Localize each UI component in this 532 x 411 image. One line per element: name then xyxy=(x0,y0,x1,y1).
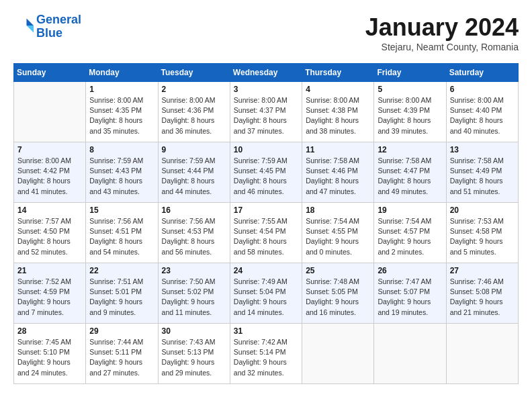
day-number: 8 xyxy=(89,145,154,154)
day-info: Sunrise: 7:58 AM Sunset: 4:49 PM Dayligh… xyxy=(450,156,515,197)
day-number: 29 xyxy=(89,326,154,336)
day-info: Sunrise: 7:52 AM Sunset: 4:59 PM Dayligh… xyxy=(17,277,82,318)
day-info: Sunrise: 7:59 AM Sunset: 4:44 PM Dayligh… xyxy=(162,156,226,197)
day-number: 4 xyxy=(306,85,370,94)
calendar-cell: 20Sunrise: 7:53 AM Sunset: 4:58 PM Dayli… xyxy=(446,203,518,263)
title-block: January 2024 Stejaru, Neamt County, Roma… xyxy=(365,13,519,52)
svg-marker-1 xyxy=(27,26,34,33)
day-number: 21 xyxy=(17,266,82,275)
day-info: Sunrise: 7:55 AM Sunset: 4:54 PM Dayligh… xyxy=(234,216,298,257)
week-row-2: 7Sunrise: 8:00 AM Sunset: 4:42 PM Daylig… xyxy=(14,142,519,203)
day-info: Sunrise: 7:53 AM Sunset: 4:58 PM Dayligh… xyxy=(450,216,515,257)
calendar-cell: 16Sunrise: 7:56 AM Sunset: 4:53 PM Dayli… xyxy=(158,203,230,263)
day-number: 26 xyxy=(378,266,442,275)
day-number: 11 xyxy=(306,145,370,154)
week-row-1: 1Sunrise: 8:00 AM Sunset: 4:35 PM Daylig… xyxy=(14,82,519,142)
day-info: Sunrise: 7:50 AM Sunset: 5:02 PM Dayligh… xyxy=(162,277,226,318)
day-info: Sunrise: 7:44 AM Sunset: 5:11 PM Dayligh… xyxy=(89,337,154,378)
calendar-cell: 14Sunrise: 7:57 AM Sunset: 4:50 PM Dayli… xyxy=(14,203,86,263)
week-row-3: 14Sunrise: 7:57 AM Sunset: 4:50 PM Dayli… xyxy=(14,203,519,263)
calendar-cell: 10Sunrise: 7:59 AM Sunset: 4:45 PM Dayli… xyxy=(230,142,302,203)
day-number: 31 xyxy=(234,326,298,336)
day-number: 2 xyxy=(162,85,226,94)
day-info: Sunrise: 7:46 AM Sunset: 5:08 PM Dayligh… xyxy=(450,277,515,318)
day-number: 19 xyxy=(378,205,442,215)
day-number: 23 xyxy=(162,266,226,275)
calendar-cell: 25Sunrise: 7:48 AM Sunset: 5:05 PM Dayli… xyxy=(302,263,374,324)
day-info: Sunrise: 8:00 AM Sunset: 4:38 PM Dayligh… xyxy=(306,95,370,136)
day-info: Sunrise: 7:54 AM Sunset: 4:55 PM Dayligh… xyxy=(306,216,370,257)
day-info: Sunrise: 7:42 AM Sunset: 5:14 PM Dayligh… xyxy=(234,337,298,378)
day-number: 18 xyxy=(306,205,370,215)
calendar-cell: 18Sunrise: 7:54 AM Sunset: 4:55 PM Dayli… xyxy=(302,203,374,263)
day-number: 10 xyxy=(234,145,298,154)
day-info: Sunrise: 7:51 AM Sunset: 5:01 PM Dayligh… xyxy=(89,277,154,318)
calendar-cell: 30Sunrise: 7:43 AM Sunset: 5:13 PM Dayli… xyxy=(158,324,230,384)
day-info: Sunrise: 8:00 AM Sunset: 4:37 PM Dayligh… xyxy=(234,95,298,136)
calendar-cell: 8Sunrise: 7:59 AM Sunset: 4:43 PM Daylig… xyxy=(86,142,158,203)
day-info: Sunrise: 7:58 AM Sunset: 4:46 PM Dayligh… xyxy=(306,156,370,197)
calendar-cell: 28Sunrise: 7:45 AM Sunset: 5:10 PM Dayli… xyxy=(14,324,86,384)
location: Stejaru, Neamt County, Romania xyxy=(365,42,519,52)
day-number: 3 xyxy=(234,85,298,94)
day-number: 20 xyxy=(450,205,515,215)
day-info: Sunrise: 7:45 AM Sunset: 5:10 PM Dayligh… xyxy=(17,337,82,378)
column-header-saturday: Saturday xyxy=(446,64,518,82)
calendar-cell: 11Sunrise: 7:58 AM Sunset: 4:46 PM Dayli… xyxy=(302,142,374,203)
month-title: January 2024 xyxy=(365,13,519,42)
column-header-wednesday: Wednesday xyxy=(230,64,302,82)
calendar-cell xyxy=(374,324,446,384)
calendar-cell xyxy=(446,324,518,384)
calendar-cell: 21Sunrise: 7:52 AM Sunset: 4:59 PM Dayli… xyxy=(14,263,86,324)
day-info: Sunrise: 7:58 AM Sunset: 4:47 PM Dayligh… xyxy=(378,156,442,197)
day-number: 16 xyxy=(162,205,226,215)
day-info: Sunrise: 8:00 AM Sunset: 4:35 PM Dayligh… xyxy=(89,95,154,136)
calendar-cell: 17Sunrise: 7:55 AM Sunset: 4:54 PM Dayli… xyxy=(230,203,302,263)
day-number: 6 xyxy=(450,85,515,94)
column-header-monday: Monday xyxy=(86,64,158,82)
page-header: General Blue January 2024 Stejaru, Neamt… xyxy=(13,13,519,52)
day-number: 1 xyxy=(89,85,154,94)
svg-marker-0 xyxy=(27,18,34,26)
day-number: 30 xyxy=(162,326,226,336)
day-info: Sunrise: 7:43 AM Sunset: 5:13 PM Dayligh… xyxy=(162,337,226,378)
day-info: Sunrise: 7:57 AM Sunset: 4:50 PM Dayligh… xyxy=(17,216,82,257)
day-number: 17 xyxy=(234,205,298,215)
calendar-cell: 29Sunrise: 7:44 AM Sunset: 5:11 PM Dayli… xyxy=(86,324,158,384)
day-number: 5 xyxy=(378,85,442,94)
day-info: Sunrise: 7:47 AM Sunset: 5:07 PM Dayligh… xyxy=(378,277,442,318)
header-row: SundayMondayTuesdayWednesdayThursdayFrid… xyxy=(14,64,519,82)
day-number: 22 xyxy=(89,266,154,275)
week-row-5: 28Sunrise: 7:45 AM Sunset: 5:10 PM Dayli… xyxy=(14,324,519,384)
calendar-cell: 31Sunrise: 7:42 AM Sunset: 5:14 PM Dayli… xyxy=(230,324,302,384)
calendar-cell: 27Sunrise: 7:46 AM Sunset: 5:08 PM Dayli… xyxy=(446,263,518,324)
day-number: 12 xyxy=(378,145,442,154)
calendar-cell: 24Sunrise: 7:49 AM Sunset: 5:04 PM Dayli… xyxy=(230,263,302,324)
day-info: Sunrise: 8:00 AM Sunset: 4:39 PM Dayligh… xyxy=(378,95,442,136)
day-info: Sunrise: 7:56 AM Sunset: 4:53 PM Dayligh… xyxy=(162,216,226,257)
column-header-friday: Friday xyxy=(374,64,446,82)
calendar-cell: 26Sunrise: 7:47 AM Sunset: 5:07 PM Dayli… xyxy=(374,263,446,324)
day-number: 15 xyxy=(89,205,154,215)
day-info: Sunrise: 8:00 AM Sunset: 4:42 PM Dayligh… xyxy=(17,156,82,197)
day-number: 7 xyxy=(17,145,82,154)
column-header-tuesday: Tuesday xyxy=(158,64,230,82)
day-number: 24 xyxy=(234,266,298,275)
day-info: Sunrise: 7:48 AM Sunset: 5:05 PM Dayligh… xyxy=(306,277,370,318)
calendar-cell: 12Sunrise: 7:58 AM Sunset: 4:47 PM Dayli… xyxy=(374,142,446,203)
day-number: 13 xyxy=(450,145,515,154)
calendar-cell: 9Sunrise: 7:59 AM Sunset: 4:44 PM Daylig… xyxy=(158,142,230,203)
calendar-cell: 2Sunrise: 8:00 AM Sunset: 4:36 PM Daylig… xyxy=(158,82,230,142)
calendar-table: SundayMondayTuesdayWednesdayThursdayFrid… xyxy=(13,63,519,384)
logo-text: General Blue xyxy=(36,13,81,40)
day-info: Sunrise: 7:56 AM Sunset: 4:51 PM Dayligh… xyxy=(89,216,154,257)
calendar-cell: 6Sunrise: 8:00 AM Sunset: 4:40 PM Daylig… xyxy=(446,82,518,142)
calendar-cell: 22Sunrise: 7:51 AM Sunset: 5:01 PM Dayli… xyxy=(86,263,158,324)
calendar-cell: 19Sunrise: 7:54 AM Sunset: 4:57 PM Dayli… xyxy=(374,203,446,263)
calendar-cell: 4Sunrise: 8:00 AM Sunset: 4:38 PM Daylig… xyxy=(302,82,374,142)
day-info: Sunrise: 7:54 AM Sunset: 4:57 PM Dayligh… xyxy=(378,216,442,257)
day-number: 28 xyxy=(17,326,82,336)
calendar-cell: 5Sunrise: 8:00 AM Sunset: 4:39 PM Daylig… xyxy=(374,82,446,142)
calendar-cell: 23Sunrise: 7:50 AM Sunset: 5:02 PM Dayli… xyxy=(158,263,230,324)
calendar-cell: 13Sunrise: 7:58 AM Sunset: 4:49 PM Dayli… xyxy=(446,142,518,203)
